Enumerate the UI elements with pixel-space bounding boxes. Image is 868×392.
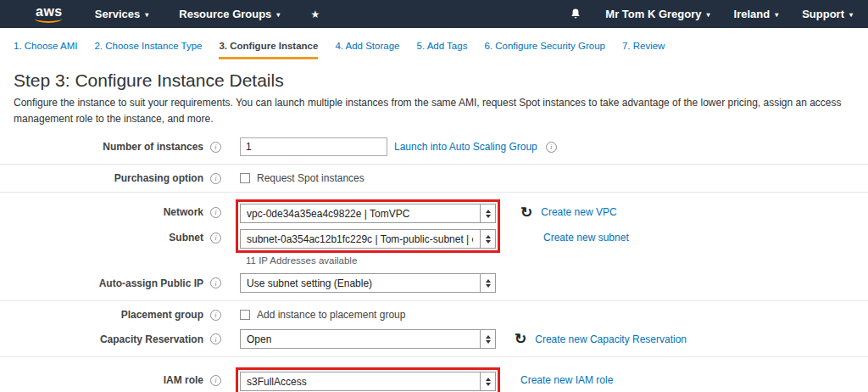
info-icon[interactable]: i [210, 232, 221, 244]
row-purchasing-option: Purchasing option i Request Spot instanc… [0, 168, 868, 188]
select-arrows-icon [480, 274, 495, 292]
highlight-box-network-subnet: vpc-0de34a35ea4c9822e | TomVPC subnet-0a… [236, 199, 500, 253]
select-arrows-icon [480, 230, 495, 248]
info-icon[interactable]: i [210, 277, 221, 288]
step-choose-ami[interactable]: 1. Choose AMI [14, 41, 77, 59]
auto-assign-public-ip-label: Auto-assign Public IP [0, 277, 203, 289]
step-choose-instance-type[interactable]: 2. Choose Instance Type [94, 41, 202, 59]
iam-role-select[interactable]: s3FullAccess [240, 372, 496, 391]
nav-account-menu[interactable]: Mr Tom K Gregory ▾ [605, 8, 709, 20]
row-network-subnet: Network i Subnet i vpc-0de34a35ea4c9822e… [0, 196, 868, 255]
iam-role-label: IAM role [164, 374, 203, 386]
nav-resource-groups[interactable]: Resource Groups ▾ [179, 8, 280, 20]
info-icon[interactable]: i [210, 333, 221, 344]
subnet-label: Subnet [169, 232, 203, 244]
chevron-down-icon: ▾ [775, 12, 778, 19]
capacity-reservation-label: Capacity Reservation [0, 333, 203, 345]
network-label: Network [164, 206, 203, 218]
select-arrows-icon [480, 204, 495, 222]
top-nav: aws Services ▾ Resource Groups ▾ ★ Mr To… [0, 0, 868, 28]
create-new-subnet-link[interactable]: Create new subnet [543, 232, 629, 244]
number-of-instances-label: Number of instances [0, 141, 203, 153]
chevron-down-icon: ▾ [707, 12, 710, 19]
select-arrows-icon [480, 372, 495, 390]
nav-services[interactable]: Services ▾ [95, 8, 149, 20]
subnet-select[interactable]: subnet-0a354ac12b1fc229c | Tom-public-su… [240, 229, 496, 249]
section-divider [0, 192, 868, 193]
placement-group-checkbox[interactable] [240, 310, 250, 320]
select-arrows-icon [480, 330, 495, 348]
chevron-down-icon: ▾ [145, 12, 148, 19]
chevron-down-icon: ▾ [276, 12, 280, 19]
placement-group-option-label: Add instance to placement group [257, 309, 405, 321]
step-configure-security-group[interactable]: 6. Configure Security Group [484, 41, 605, 59]
notifications-bell-icon[interactable] [570, 8, 581, 20]
step-configure-instance[interactable]: 3. Configure Instance [219, 41, 318, 59]
row-iam-role: IAM role i s3FullAccess Create new IAM r… [0, 361, 868, 392]
create-new-iam-role-link[interactable]: Create new IAM role [520, 374, 613, 386]
create-new-vpc-link[interactable]: Create new VPC [541, 206, 616, 218]
auto-assign-public-ip-select[interactable]: Use subnet setting (Enable) [240, 273, 496, 293]
number-of-instances-input[interactable] [240, 137, 387, 156]
refresh-icon[interactable]: ↻ [515, 332, 526, 346]
aws-logo[interactable]: aws [34, 4, 64, 25]
network-select[interactable]: vpc-0de34a35ea4c9822e | TomVPC [240, 204, 496, 223]
info-icon[interactable]: i [210, 310, 221, 321]
step-review[interactable]: 7. Review [622, 41, 665, 59]
row-capacity-reservation: Capacity Reservation i Open ↻ Create new… [0, 325, 868, 353]
pin-star-icon[interactable]: ★ [310, 8, 320, 20]
info-icon[interactable]: i [210, 375, 221, 386]
placement-group-label: Placement group [0, 309, 203, 321]
create-new-capacity-reservation-link[interactable]: Create new Capacity Reservation [535, 333, 687, 345]
info-icon[interactable]: i [546, 142, 557, 153]
row-placement-group: Placement group i Add instance to placem… [0, 305, 868, 325]
section-divider [0, 356, 868, 357]
nav-region-menu[interactable]: Ireland ▾ [734, 8, 779, 20]
purchasing-option-label: Purchasing option [0, 172, 203, 184]
chevron-down-icon: ▾ [849, 12, 853, 19]
info-icon[interactable]: i [210, 142, 221, 153]
ip-addresses-available-note: 11 IP Addresses available [246, 255, 868, 266]
page-title: Step 3: Configure Instance Details [14, 70, 868, 91]
highlight-box-iam-role: s3FullAccess [236, 367, 500, 392]
capacity-reservation-select[interactable]: Open [240, 329, 496, 349]
wizard-steps: 1. Choose AMI 2. Choose Instance Type 3.… [0, 28, 868, 59]
step-add-tags[interactable]: 5. Add Tags [416, 41, 467, 59]
launch-into-asg-link[interactable]: Launch into Auto Scaling Group [394, 141, 537, 153]
section-divider [0, 300, 868, 301]
info-icon[interactable]: i [210, 207, 221, 218]
row-number-of-instances: Number of instances i Launch into Auto S… [0, 133, 868, 160]
row-auto-assign-public-ip: Auto-assign Public IP i Use subnet setti… [0, 269, 868, 297]
request-spot-instances-label: Request Spot instances [257, 172, 364, 184]
nav-support-menu[interactable]: Support ▾ [802, 8, 853, 20]
info-icon[interactable]: i [210, 173, 221, 184]
refresh-icon[interactable]: ↻ [520, 205, 532, 220]
page-description: Configure the instance to suit your requ… [14, 95, 851, 126]
request-spot-instances-checkbox[interactable] [240, 173, 250, 183]
section-divider [0, 164, 868, 165]
configure-instance-form: Number of instances i Launch into Auto S… [0, 133, 868, 392]
step-add-storage[interactable]: 4. Add Storage [335, 41, 399, 59]
